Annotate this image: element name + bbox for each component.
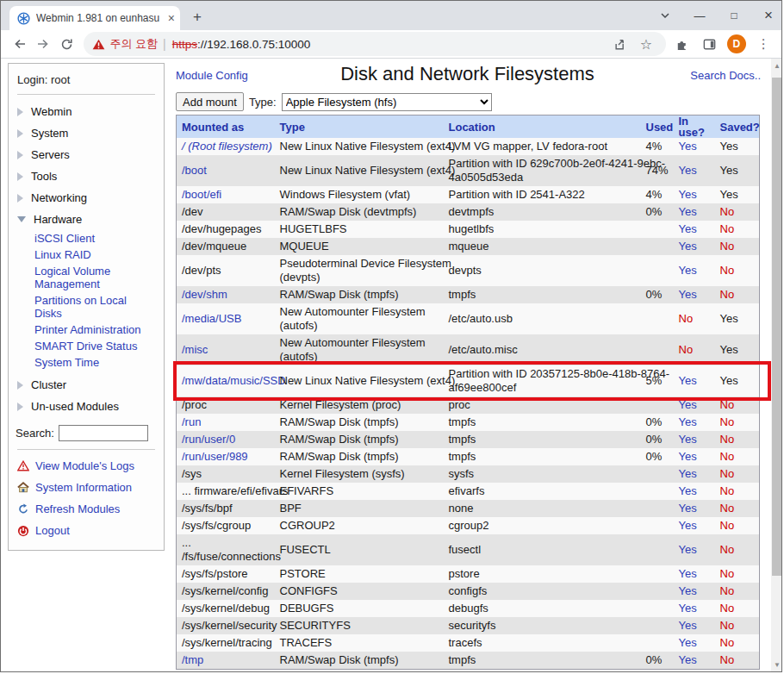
extensions-puzzle-icon[interactable] <box>671 33 694 55</box>
fs-used: 0% <box>641 286 674 303</box>
table-row: /miscNew Automounter Filesystem (autofs)… <box>177 334 760 365</box>
scrollbar-thumb[interactable] <box>772 78 782 576</box>
fs-type: RAM/Swap Disk (tmpfs) <box>275 286 444 303</box>
in-use-link[interactable]: Yes <box>679 502 697 515</box>
in-use-link[interactable]: Yes <box>679 222 697 235</box>
saved-status: Yes <box>720 312 738 325</box>
in-use-link[interactable]: Yes <box>679 415 697 428</box>
sidebar-link-refresh-modules[interactable]: Refresh Modules <box>16 498 157 520</box>
in-use-link[interactable]: Yes <box>679 450 697 463</box>
mount-point-link[interactable]: /media/USB <box>182 312 241 325</box>
security-warning-label[interactable]: 주의 요함 <box>109 36 158 52</box>
in-use-link[interactable]: Yes <box>679 374 697 387</box>
webmin-page: Login: root WebminSystemServersToolsNetw… <box>1 59 782 672</box>
in-use-link[interactable]: Yes <box>679 543 697 556</box>
fs-location: configfs <box>444 583 641 600</box>
in-use-link[interactable]: Yes <box>679 264 697 277</box>
in-use-link[interactable]: Yes <box>679 619 697 632</box>
forward-icon[interactable] <box>31 32 54 56</box>
mount-point-link[interactable]: /boot/efi <box>182 188 221 201</box>
in-use-link[interactable]: Yes <box>679 484 697 497</box>
sidebar-link-system-information[interactable]: System Information <box>16 477 157 498</box>
sidebar-item-cluster[interactable]: Cluster <box>9 374 164 396</box>
maximize-button[interactable]: □ <box>728 9 740 22</box>
share-icon[interactable] <box>607 33 630 55</box>
mount-point-link[interactable]: /tmp <box>182 653 203 666</box>
sidebar-item-networking[interactable]: Networking <box>9 187 164 209</box>
sidebar-module-printer-administration[interactable]: Printer Administration <box>9 321 164 338</box>
security-warning-icon[interactable] <box>92 39 105 50</box>
in-use-link[interactable]: Yes <box>679 140 697 153</box>
fs-used <box>641 600 674 617</box>
in-use-link[interactable]: Yes <box>679 602 697 615</box>
sidebar-item-webmin[interactable]: Webmin <box>9 101 164 122</box>
mount-point-link[interactable]: /dev/shm <box>182 288 227 301</box>
sidebar-item-hardware[interactable]: Hardware <box>9 209 164 230</box>
mount-point-link[interactable]: /boot <box>182 164 207 177</box>
in-use-link[interactable]: Yes <box>679 653 697 666</box>
search-input[interactable] <box>59 425 148 441</box>
in-use-link[interactable]: Yes <box>679 398 697 411</box>
fs-type: DEBUGFS <box>275 600 444 617</box>
fs-type: RAM/Swap Disk (tmpfs) <box>275 652 444 670</box>
close-button[interactable]: × <box>762 7 775 24</box>
mount-point-link[interactable]: /run <box>182 415 201 428</box>
mount-point-link[interactable]: /misc <box>182 343 208 356</box>
fs-used <box>641 396 674 414</box>
sidebar-module-logical-volume-management[interactable]: Logical Volume Management <box>9 263 164 292</box>
saved-status: No <box>720 240 735 253</box>
in-use-link[interactable]: Yes <box>679 205 697 218</box>
in-use-link[interactable]: Yes <box>679 467 697 480</box>
search-docs-link[interactable]: Search Docs.. <box>690 69 761 82</box>
warning-triangle-icon <box>17 460 29 471</box>
sidebar-item-system[interactable]: System <box>9 122 164 144</box>
sidebar-link-view-module-s-logs[interactable]: View Module's Logs <box>16 455 157 477</box>
sidebar-link-logout[interactable]: Logout <box>16 520 157 541</box>
bookmark-star-icon[interactable]: ☆ <box>635 33 657 55</box>
fs-used <box>641 465 674 483</box>
scroll-up-icon[interactable]: ▲ <box>771 60 782 72</box>
type-select[interactable]: Apple Filesystem (hfs) <box>282 93 492 111</box>
mount-point-link[interactable]: /run/user/989 <box>182 450 248 463</box>
in-use-link[interactable]: Yes <box>679 567 697 580</box>
reload-icon[interactable] <box>55 32 78 56</box>
sidebar-module-linux-raid[interactable]: Linux RAID <box>9 247 164 263</box>
sidebar-module-smart-drive-status[interactable]: SMART Drive Status <box>9 338 164 354</box>
in-use-link[interactable]: Yes <box>679 164 697 177</box>
sidebar-item-un-used-modules[interactable]: Un-used Modules <box>9 396 164 417</box>
fs-used: 4% <box>641 138 674 155</box>
new-tab-button[interactable]: + <box>187 8 208 28</box>
sidebar-item-servers[interactable]: Servers <box>9 144 164 165</box>
saved-status: No <box>720 543 735 556</box>
minimize-button[interactable]: — <box>694 9 706 22</box>
in-use-link[interactable]: Yes <box>679 240 697 253</box>
mount-point-link[interactable]: / (Root filesystem) <box>182 140 272 153</box>
sidebar-module-system-time[interactable]: System Time <box>9 354 164 371</box>
mount-point-link[interactable]: /mw/data/music/SSD <box>182 374 286 387</box>
in-use-link[interactable]: Yes <box>679 519 697 532</box>
back-icon[interactable] <box>8 32 31 56</box>
mount-point-link[interactable]: /run/user/0 <box>182 433 235 446</box>
mount-point-label: /dev/mqueue <box>182 240 246 253</box>
scroll-down-icon[interactable]: ▼ <box>771 659 782 671</box>
in-use-link[interactable]: Yes <box>679 288 697 301</box>
browser-menu-icon[interactable]: ⋮ <box>753 33 775 55</box>
side-panel-icon[interactable] <box>698 33 720 55</box>
mount-point-label: /proc <box>182 398 207 411</box>
fs-location: Partition with ID 20357125-8b0e-418b-876… <box>444 365 641 396</box>
in-use-link[interactable]: Yes <box>679 433 697 446</box>
tab-search-icon[interactable] <box>659 9 671 22</box>
in-use-link[interactable]: Yes <box>679 636 697 649</box>
address-bar[interactable]: 주의 요함 | https ://192.168.0.75:10000 ☆ <box>84 32 666 56</box>
sidebar-module-iscsi-client[interactable]: iSCSI Client <box>9 230 164 247</box>
sidebar-module-partitions-on-local-disks[interactable]: Partitions on Local Disks <box>9 292 164 321</box>
page-scrollbar[interactable]: ▲ ▼ <box>771 59 782 672</box>
in-use-link[interactable]: Yes <box>679 584 697 597</box>
avatar[interactable]: D <box>725 33 748 55</box>
browser-tab[interactable]: Webmin 1.981 on eunhasu (Fed × <box>9 6 180 30</box>
sidebar-item-tools[interactable]: Tools <box>9 165 164 187</box>
saved-status: No <box>720 602 735 615</box>
in-use-link[interactable]: Yes <box>679 188 697 201</box>
add-mount-button[interactable]: Add mount <box>176 92 244 111</box>
tab-close-icon[interactable]: × <box>168 12 175 24</box>
